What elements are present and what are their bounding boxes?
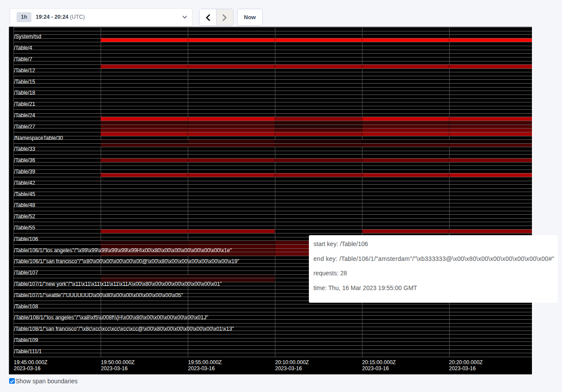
- svg-text:/Table/42: /Table/42: [14, 180, 35, 186]
- svg-text:/Table/108: /Table/108: [14, 304, 38, 310]
- svg-text:/Table/21: /Table/21: [14, 101, 35, 107]
- svg-text:/Table/107/1/"seattle"/"UUUUUU: /Table/107/1/"seattle"/"UUUUUUD\x00\x80\…: [14, 292, 183, 298]
- svg-text:2023-03-16: 2023-03-16: [449, 365, 476, 372]
- svg-text:/Table/48: /Table/48: [14, 202, 35, 208]
- svg-text:/Table/106/1/"los angeles"/"\x: /Table/106/1/"los angeles"/"\x99\x99\x99…: [14, 247, 232, 253]
- svg-text:20:20:00.000Z: 20:20:00.000Z: [449, 359, 483, 365]
- svg-text:/Table/52: /Table/52: [14, 213, 35, 220]
- svg-text:/Table/24: /Table/24: [14, 112, 35, 118]
- svg-text:/Table/39: /Table/39: [14, 169, 35, 175]
- svg-text:/Table/4: /Table/4: [14, 45, 32, 51]
- svg-text:/Table/107/1/"new york"/"\x11\: /Table/107/1/"new york"/"\x11\x11\x11\x1…: [14, 281, 222, 287]
- svg-text:/Table/109: /Table/109: [14, 337, 38, 343]
- svg-text:2023-03-16: 2023-03-16: [14, 365, 41, 372]
- svg-text:/Table/7: /Table/7: [14, 56, 32, 62]
- svg-text:/Table/36: /Table/36: [14, 157, 35, 163]
- svg-text:/Table/27: /Table/27: [14, 124, 35, 130]
- svg-text:/Table/55: /Table/55: [14, 225, 35, 231]
- svg-text:20:15:00.000Z: 20:15:00.000Z: [362, 359, 396, 365]
- svg-text:/Table/15: /Table/15: [14, 79, 35, 85]
- svg-text:20:10:00.000Z: 20:10:00.000Z: [275, 359, 309, 365]
- svg-text:19:50:00.000Z: 19:50:00.000Z: [101, 359, 135, 365]
- svg-text:/NamespaceTable/30: /NamespaceTable/30: [14, 135, 63, 141]
- svg-text:/Table/33: /Table/33: [14, 146, 35, 152]
- svg-text:/Table/108/1/"los angeles"/"\x: /Table/108/1/"los angeles"/"\xa8\xf5\u00…: [14, 314, 208, 321]
- svg-text:2023-03-16: 2023-03-16: [101, 365, 128, 372]
- svg-text:/Table/108/1/"san francisco"/": /Table/108/1/"san francisco"/"\x8c\xcc\x…: [14, 326, 234, 332]
- svg-text:/Table/45: /Table/45: [14, 191, 35, 197]
- svg-text:/Table/106: /Table/106: [14, 236, 38, 242]
- svg-text:19:55:00.000Z: 19:55:00.000Z: [188, 359, 222, 365]
- svg-text:/Table/107: /Table/107: [14, 270, 38, 276]
- svg-text:/Table/111/1: /Table/111/1: [14, 348, 42, 355]
- svg-text:/System/tsd: /System/tsd: [14, 34, 41, 40]
- svg-text:2023-03-16: 2023-03-16: [362, 365, 389, 372]
- svg-text:/Table/18: /Table/18: [14, 90, 35, 96]
- svg-text:/Table/106/1/"san francisco"/": /Table/106/1/"san francisco"/"\x80\x00\x…: [14, 258, 239, 264]
- svg-text:2023-03-16: 2023-03-16: [188, 365, 215, 372]
- svg-text:19:45:00.000Z: 19:45:00.000Z: [14, 359, 47, 365]
- svg-text:2023-03-16: 2023-03-16: [275, 365, 302, 372]
- svg-text:/Table/12: /Table/12: [14, 68, 35, 74]
